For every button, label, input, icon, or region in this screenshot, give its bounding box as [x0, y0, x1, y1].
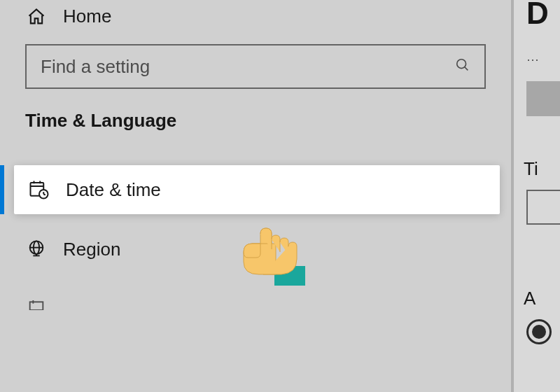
- search-placeholder: Find a setting: [41, 56, 150, 78]
- sidebar-item-label: Date & time: [66, 179, 161, 201]
- search-input[interactable]: Find a setting: [25, 44, 486, 89]
- partial-icon: [25, 300, 48, 310]
- pointer-hand-icon: [231, 218, 315, 298]
- svg-point-0: [457, 59, 466, 69]
- svg-line-1: [465, 67, 468, 71]
- svg-rect-12: [30, 302, 43, 310]
- content-dropdown-fragment[interactable]: [526, 190, 560, 225]
- content-label-adjust: A: [514, 288, 560, 309]
- settings-sidebar: Home Find a setting Time & Language Date…: [0, 0, 511, 392]
- content-title: D: [514, 0, 560, 31]
- content-button-fragment[interactable]: [526, 81, 560, 116]
- svg-line-8: [43, 194, 46, 195]
- content-radio-fragment[interactable]: [526, 319, 552, 344]
- calendar-clock-icon: [28, 179, 50, 200]
- home-label: Home: [63, 6, 111, 27]
- globe-icon: [25, 239, 48, 259]
- sidebar-item-date-time[interactable]: Date & time: [14, 165, 500, 214]
- content-panel: D ⋯ Ti A: [514, 0, 560, 392]
- home-nav-item[interactable]: Home: [0, 0, 511, 44]
- home-icon: [25, 7, 48, 27]
- section-title: Time & Language: [0, 110, 511, 165]
- content-label-time: Ti: [514, 158, 560, 180]
- sidebar-item-label: Region: [63, 239, 120, 260]
- dotted-fragment: ⋯: [526, 52, 560, 67]
- search-icon: [455, 57, 470, 76]
